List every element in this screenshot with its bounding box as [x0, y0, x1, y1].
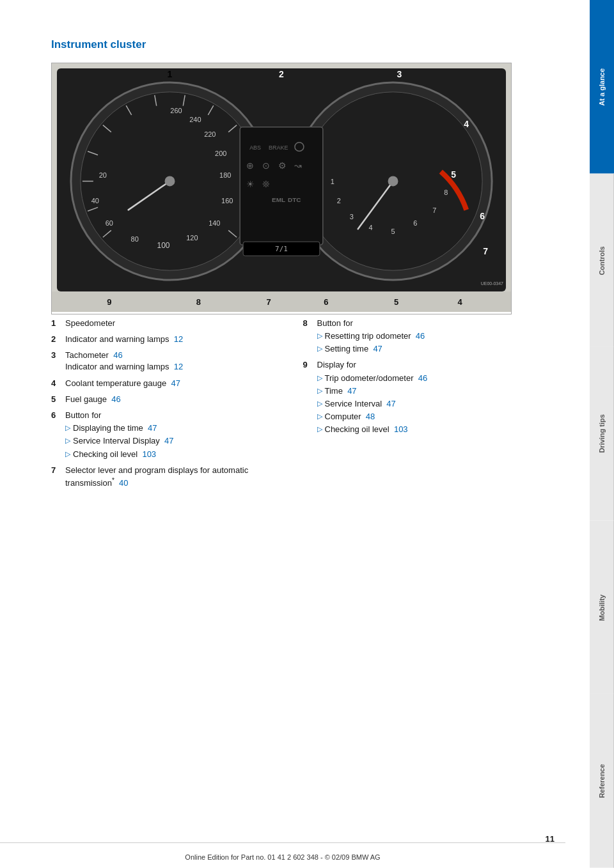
desc-item-8: 8 Button for ▷ Resetting trip odometer 4…	[303, 318, 555, 355]
svg-text:5: 5	[394, 297, 398, 307]
svg-text:4: 4	[369, 224, 373, 231]
svg-text:1: 1	[168, 69, 173, 79]
svg-text:160: 160	[221, 197, 233, 205]
svg-text:7: 7	[432, 206, 436, 214]
desc-content-2: Indicator and warning lamps 12	[65, 334, 183, 345]
svg-text:3: 3	[350, 213, 354, 221]
desc-item-7: 7 Selector lever and program displays fo…	[51, 465, 303, 490]
svg-text:6: 6	[324, 297, 328, 307]
svg-text:9: 9	[107, 297, 111, 307]
desc-number-9: 9	[303, 359, 317, 435]
svg-text:40: 40	[91, 197, 99, 205]
desc-item-3: 3 Tachometer 46 Indicator and warning la…	[51, 350, 303, 373]
svg-text:6: 6	[480, 211, 485, 221]
svg-text:240: 240	[189, 116, 201, 123]
svg-text:6: 6	[413, 219, 417, 227]
svg-text:5: 5	[451, 169, 456, 180]
svg-text:❊: ❊	[262, 179, 270, 189]
sub-item-9-1: ▷ Trip odometer/odometer 46	[317, 373, 428, 384]
sidebar-tab-mobility[interactable]: Mobility	[590, 521, 614, 695]
footer-text: Online Edition for Part no. 01 41 2 602 …	[185, 853, 380, 861]
svg-text:100: 100	[157, 241, 170, 250]
footer: Online Edition for Part no. 01 41 2 602 …	[0, 842, 565, 868]
desc-item-4: 4 Coolant temperature gauge 47	[51, 378, 303, 389]
desc-number-4: 4	[51, 378, 65, 389]
svg-text:180: 180	[219, 171, 231, 179]
sub-item-9-2: ▷ Time 47	[317, 385, 428, 397]
sidebar: At a glance Controls Driving tips Mobili…	[590, 0, 614, 868]
desc-number-3: 3	[51, 350, 65, 373]
sub-item-6-2: ▷ Service Interval Display 47	[65, 435, 174, 447]
svg-text:120: 120	[186, 234, 198, 242]
desc-content-6: Button for ▷ Displaying the time 47 ▷ Se…	[65, 410, 174, 460]
svg-text:☀: ☀	[246, 179, 255, 189]
desc-number-8: 8	[303, 318, 317, 355]
main-content: Instrument cluster	[0, 0, 590, 868]
desc-item-6: 6 Button for ▷ Displaying the time 47 ▷ …	[51, 410, 303, 460]
desc-number-1: 1	[51, 318, 65, 329]
description-container: 1 Speedometer 2 Indicator and warning la…	[51, 318, 555, 494]
svg-text:2: 2	[337, 197, 341, 205]
desc-item-2: 2 Indicator and warning lamps 12	[51, 334, 303, 345]
sub-item-9-4: ▷ Computer 48	[317, 411, 428, 422]
svg-text:8: 8	[444, 189, 448, 196]
svg-text:UE00-0347: UE00-0347	[481, 281, 503, 286]
desc-content-1: Speedometer	[65, 318, 115, 329]
svg-text:BRAKE: BRAKE	[269, 144, 288, 151]
svg-text:60: 60	[106, 219, 113, 227]
svg-text:5: 5	[391, 228, 395, 235]
sub-item-6-3: ▷ Checking oil level 103	[65, 449, 174, 460]
svg-text:ABS: ABS	[249, 144, 261, 151]
desc-content-7: Selector lever and program displays for …	[65, 465, 303, 490]
sub-item-8-1: ▷ Resetting trip odometer 46	[317, 330, 425, 342]
desc-number-5: 5	[51, 394, 65, 405]
svg-text:140: 140	[209, 219, 220, 227]
svg-text:EML: EML	[272, 196, 285, 203]
sidebar-tab-controls[interactable]: Controls	[590, 174, 614, 348]
sub-item-9-3: ▷ Service Interval 47	[317, 398, 428, 410]
svg-text:20: 20	[99, 171, 107, 179]
svg-text:4: 4	[458, 297, 463, 307]
svg-text:2: 2	[279, 69, 284, 79]
svg-text:⊙: ⊙	[262, 160, 270, 171]
desc-number-7: 7	[51, 465, 65, 490]
sidebar-tab-driving-tips[interactable]: Driving tips	[590, 347, 614, 521]
desc-number-2: 2	[51, 334, 65, 345]
desc-content-8: Button for ▷ Resetting trip odometer 46 …	[317, 318, 425, 355]
svg-rect-66	[52, 291, 511, 312]
svg-text:3: 3	[397, 69, 402, 79]
sub-item-9-5: ▷ Checking oil level 103	[317, 424, 428, 435]
svg-text:7/1: 7/1	[275, 245, 288, 253]
svg-point-32	[165, 176, 175, 187]
desc-content-9: Display for ▷ Trip odometer/odometer 46 …	[317, 359, 428, 435]
svg-text:4: 4	[464, 119, 469, 129]
svg-text:⚙: ⚙	[278, 160, 287, 171]
sidebar-tab-reference[interactable]: Reference	[590, 694, 614, 868]
desc-content-3: Tachometer 46 Indicator and warning lamp…	[65, 350, 183, 373]
svg-text:260: 260	[170, 107, 182, 114]
desc-item-1: 1 Speedometer	[51, 318, 303, 329]
desc-content-5: Fuel gauge 46	[65, 394, 121, 405]
sidebar-tab-at-a-glance[interactable]: At a glance	[590, 0, 614, 174]
svg-text:↝: ↝	[294, 160, 302, 171]
svg-text:⊕: ⊕	[246, 160, 254, 171]
desc-item-5: 5 Fuel gauge 46	[51, 394, 303, 405]
svg-text:200: 200	[215, 150, 226, 157]
svg-text:1: 1	[331, 178, 335, 185]
desc-number-6: 6	[51, 410, 65, 460]
svg-point-44	[388, 176, 398, 187]
desc-content-4: Coolant temperature gauge 47	[65, 378, 180, 389]
svg-text:220: 220	[204, 130, 216, 138]
description-left-col: 1 Speedometer 2 Indicator and warning la…	[51, 318, 303, 494]
svg-text:7: 7	[483, 246, 488, 256]
svg-text:80: 80	[131, 235, 139, 243]
desc-item-9: 9 Display for ▷ Trip odometer/odometer 4…	[303, 359, 555, 435]
svg-text:8: 8	[196, 297, 201, 307]
description-right-col: 8 Button for ▷ Resetting trip odometer 4…	[303, 318, 555, 494]
svg-text:DTC: DTC	[288, 196, 301, 203]
sub-item-6-1: ▷ Displaying the time 47	[65, 422, 174, 434]
svg-text:7: 7	[266, 297, 271, 307]
page-title: Instrument cluster	[51, 38, 555, 51]
cluster-image: 20 40 60 80 100 120 140 160 180 200 220 …	[51, 63, 512, 314]
sub-item-8-2: ▷ Setting time 47	[317, 343, 425, 355]
